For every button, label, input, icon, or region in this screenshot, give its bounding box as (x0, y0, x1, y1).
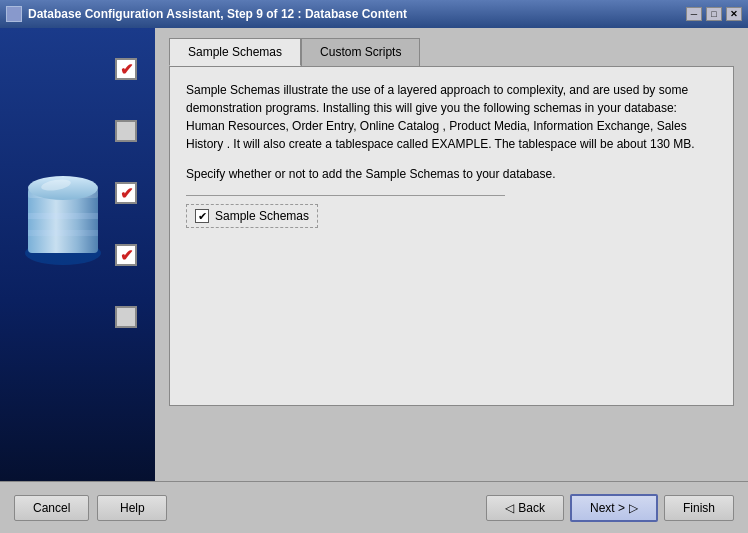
finish-button[interactable]: Finish (664, 495, 734, 521)
sidebar-checkbox-1 (115, 58, 137, 80)
sample-schemas-checkbox-text: Sample Schemas (215, 209, 309, 223)
bottom-right-buttons: ◁ Back Next > ▷ Finish (486, 494, 734, 522)
next-label: Next > (590, 501, 625, 515)
bottom-left-buttons: Cancel Help (14, 495, 167, 521)
help-button[interactable]: Help (97, 495, 167, 521)
divider (186, 195, 505, 196)
next-button[interactable]: Next > ▷ (570, 494, 658, 522)
maximize-button[interactable]: □ (706, 7, 722, 21)
next-arrow-icon: ▷ (629, 501, 638, 515)
back-label: Back (518, 501, 545, 515)
back-button[interactable]: ◁ Back (486, 495, 564, 521)
minimize-button[interactable]: ─ (686, 7, 702, 21)
tab-custom-scripts[interactable]: Custom Scripts (301, 38, 420, 66)
sample-schemas-checkbox-label[interactable]: Sample Schemas (186, 204, 318, 228)
right-panel: Sample Schemas Custom Scripts Sample Sch… (155, 28, 748, 481)
close-button[interactable]: ✕ (726, 7, 742, 21)
tab-content-sample-schemas: Sample Schemas illustrate the use of a l… (169, 66, 734, 406)
description-text: Sample Schemas illustrate the use of a l… (186, 81, 717, 153)
bottom-bar: Cancel Help ◁ Back Next > ▷ Finish (0, 481, 748, 533)
tab-bar: Sample Schemas Custom Scripts (169, 38, 734, 66)
sidebar-checkbox-2 (115, 120, 137, 142)
app-icon (6, 6, 22, 22)
back-arrow-icon: ◁ (505, 501, 514, 515)
sidebar (0, 28, 155, 481)
sidebar-checkbox-4 (115, 244, 137, 266)
window-title: Database Configuration Assistant, Step 9… (28, 7, 407, 21)
sidebar-checkbox-3 (115, 182, 137, 204)
sidebar-checkbox-5 (115, 306, 137, 328)
title-bar: Database Configuration Assistant, Step 9… (0, 0, 748, 28)
specify-text: Specify whether or not to add the Sample… (186, 165, 717, 183)
tab-sample-schemas[interactable]: Sample Schemas (169, 38, 301, 66)
cancel-button[interactable]: Cancel (14, 495, 89, 521)
sample-schemas-checkbox-input[interactable] (195, 209, 209, 223)
